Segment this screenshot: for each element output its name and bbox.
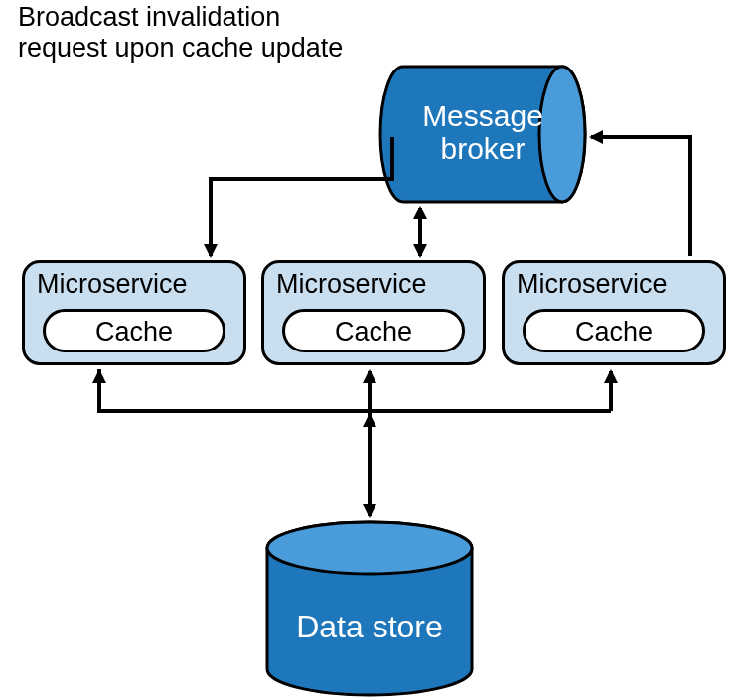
microservice-2-cache: Cache: [282, 309, 465, 352]
data-store: Data store: [265, 520, 474, 697]
microservice-1-label: Microservice: [37, 269, 188, 300]
caption-line2: request upon cache update: [18, 33, 343, 63]
broker-label-line2: broker: [440, 132, 525, 165]
broker-label: Message broker: [378, 99, 587, 165]
broker-label-line1: Message: [422, 99, 543, 132]
microservice-3-label: Microservice: [517, 269, 668, 300]
microservice-1-cache: Cache: [43, 309, 225, 352]
datastore-label: Data store: [265, 610, 474, 644]
microservice-2-label: Microservice: [276, 269, 427, 300]
microservice-2: Microservice Cache: [261, 260, 486, 365]
svg-point-1: [267, 522, 472, 574]
microservice-3: Microservice Cache: [502, 260, 726, 365]
caption: Broadcast invalidation request upon cach…: [18, 2, 343, 64]
message-broker: Message broker: [378, 65, 587, 204]
microservice-1: Microservice Cache: [22, 260, 246, 365]
caption-line1: Broadcast invalidation: [18, 2, 280, 32]
microservice-3-cache: Cache: [523, 309, 705, 352]
